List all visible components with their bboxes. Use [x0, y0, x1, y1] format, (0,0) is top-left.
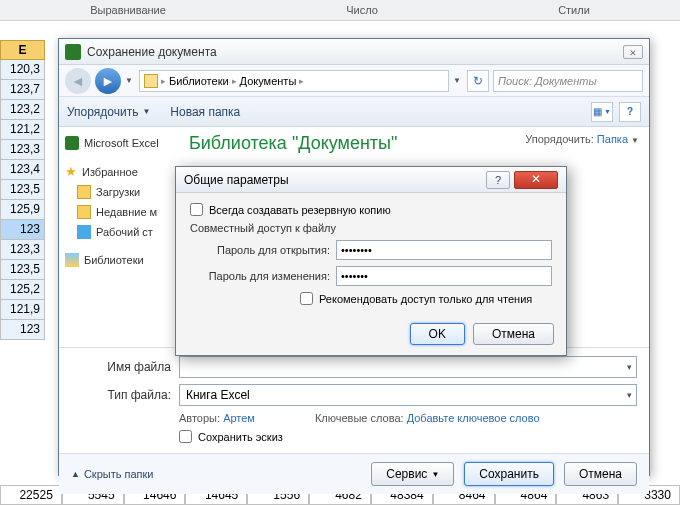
- search-input[interactable]: Поиск: Документы: [493, 70, 643, 92]
- folder-icon: [77, 185, 91, 199]
- libraries-icon: [65, 253, 79, 267]
- new-folder-button[interactable]: Новая папка: [170, 105, 240, 119]
- back-button[interactable]: ◄: [65, 68, 91, 94]
- grid-cell[interactable]: 123: [0, 220, 45, 240]
- excel-icon: [65, 136, 79, 150]
- grid-cell[interactable]: 123: [0, 320, 45, 340]
- chevron-down-icon: ▾: [627, 390, 632, 400]
- forward-button[interactable]: ►: [95, 68, 121, 94]
- share-label: Совместный доступ к файлу: [190, 222, 552, 234]
- filename-input[interactable]: ▾: [179, 356, 637, 378]
- pw-open-label: Пароль для открытия:: [190, 244, 330, 256]
- gen-title-text: Общие параметры: [184, 173, 289, 187]
- close-icon[interactable]: ⨉: [623, 45, 643, 59]
- authors-value[interactable]: Артем: [223, 412, 255, 424]
- dialog-title: Сохранение документа: [87, 45, 217, 59]
- breadcrumb-root[interactable]: Библиотеки: [169, 75, 229, 87]
- authors-label: Авторы:: [179, 412, 220, 424]
- ribbon-number: Число: [326, 4, 398, 16]
- tools-button[interactable]: Сервис▼: [371, 462, 454, 486]
- grid-cell[interactable]: 120,3: [0, 60, 45, 80]
- readonly-label: Рекомендовать доступ только для чтения: [319, 293, 532, 305]
- chevron-down-icon: ▼: [142, 107, 150, 116]
- readonly-checkbox[interactable]: [300, 292, 313, 305]
- bottom-form: Имя файла ▾ Тип файла: Книга Excel ▾ Авт…: [59, 347, 649, 453]
- footer: ▲ Скрыть папки Сервис▼ Сохранить Отмена: [59, 453, 649, 494]
- gen-titlebar: Общие параметры ? ✕: [176, 167, 566, 193]
- sidebar-item-recent[interactable]: Недавние м: [63, 202, 175, 222]
- sidebar-item-downloads[interactable]: Загрузки: [63, 182, 175, 202]
- help-button[interactable]: ?: [486, 171, 510, 189]
- sidebar-item-desktop[interactable]: Рабочий ст: [63, 222, 175, 242]
- save-button[interactable]: Сохранить: [464, 462, 554, 486]
- chevron-right-icon: ▸: [232, 76, 237, 86]
- chevron-down-icon: ▾: [627, 362, 632, 372]
- grid-cell[interactable]: 121,2: [0, 120, 45, 140]
- pw-modify-label: Пароль для изменения:: [190, 270, 330, 282]
- grid-cell[interactable]: 123,3: [0, 240, 45, 260]
- grid-cell[interactable]: 123,4: [0, 160, 45, 180]
- grid-cell[interactable]: 121,9: [0, 300, 45, 320]
- ribbon-groups: Выравнивание Число Стили: [0, 0, 680, 21]
- backup-checkbox[interactable]: [190, 203, 203, 216]
- path-dropdown-icon[interactable]: ▼: [453, 76, 463, 85]
- grid-cell[interactable]: 123,2: [0, 100, 45, 120]
- grid-cell[interactable]: 123,3: [0, 140, 45, 160]
- ok-button[interactable]: OK: [410, 323, 465, 345]
- gen-cancel-button[interactable]: Отмена: [473, 323, 554, 345]
- refresh-button[interactable]: ↻: [467, 70, 489, 92]
- column-header-e[interactable]: E: [0, 40, 45, 60]
- breadcrumb-folder[interactable]: Документы: [240, 75, 297, 87]
- search-placeholder: Поиск: Документы: [498, 75, 597, 87]
- grid-cell[interactable]: 22525: [0, 485, 62, 505]
- folder-icon: [77, 205, 91, 219]
- grid-column: 120,3123,7123,2121,2123,3123,4123,5125,9…: [0, 60, 45, 340]
- filetype-select[interactable]: Книга Excel ▾: [179, 384, 637, 406]
- close-button[interactable]: ✕: [514, 171, 558, 189]
- filename-label: Имя файла: [71, 360, 171, 374]
- filetype-label: Тип файла:: [71, 388, 171, 402]
- sidebar: Microsoft Excel ★ Избранное Загрузки Нед…: [59, 127, 179, 347]
- chevron-right-icon: ▸: [161, 76, 166, 86]
- breadcrumb[interactable]: ▸ Библиотеки ▸ Документы ▸: [139, 70, 449, 92]
- hide-folders-button[interactable]: ▲ Скрыть папки: [71, 468, 154, 480]
- ribbon-align: Выравнивание: [70, 4, 186, 16]
- chevron-up-icon: ▲: [71, 469, 80, 479]
- general-options-dialog: Общие параметры ? ✕ Всегда создавать рез…: [175, 166, 567, 356]
- help-button[interactable]: ?: [619, 102, 641, 122]
- toolbar: Упорядочить▼ Новая папка ▦▼ ?: [59, 97, 649, 127]
- chevron-down-icon: ▼: [431, 470, 439, 479]
- history-dropdown-icon[interactable]: ▼: [125, 76, 135, 85]
- sidebar-item-favorites[interactable]: ★ Избранное: [63, 161, 175, 182]
- folder-icon: [144, 74, 158, 88]
- star-icon: ★: [65, 164, 77, 179]
- grid-cell[interactable]: 123,5: [0, 180, 45, 200]
- keywords-label: Ключевые слова:: [315, 412, 404, 424]
- cancel-button[interactable]: Отмена: [564, 462, 637, 486]
- pw-open-input[interactable]: [336, 240, 552, 260]
- sidebar-item-libraries[interactable]: Библиотеки: [63, 250, 175, 270]
- keywords-value[interactable]: Добавьте ключевое слово: [407, 412, 540, 424]
- titlebar: Сохранение документа ⨉: [59, 39, 649, 65]
- view-button[interactable]: ▦▼: [591, 102, 613, 122]
- grid-cell[interactable]: 125,9: [0, 200, 45, 220]
- save-thumbnail-checkbox[interactable]: [179, 430, 192, 443]
- sidebar-item-excel[interactable]: Microsoft Excel: [63, 133, 175, 153]
- grid-cell[interactable]: 123,7: [0, 80, 45, 100]
- grid-cell[interactable]: 125,2: [0, 280, 45, 300]
- excel-icon: [65, 44, 81, 60]
- save-thumbnail-label: Сохранить эскиз: [198, 431, 283, 443]
- nav-row: ◄ ► ▼ ▸ Библиотеки ▸ Документы ▸ ▼ ↻ Пои…: [59, 65, 649, 97]
- chevron-right-icon: ▸: [299, 76, 304, 86]
- arrange-by[interactable]: Упорядочить: Папка ▼: [525, 133, 639, 145]
- desktop-icon: [77, 225, 91, 239]
- grid-cell[interactable]: 123,5: [0, 260, 45, 280]
- organize-button[interactable]: Упорядочить▼: [67, 105, 150, 119]
- backup-label: Всегда создавать резервную копию: [209, 204, 391, 216]
- pw-modify-input[interactable]: [336, 266, 552, 286]
- ribbon-styles: Стили: [538, 4, 610, 16]
